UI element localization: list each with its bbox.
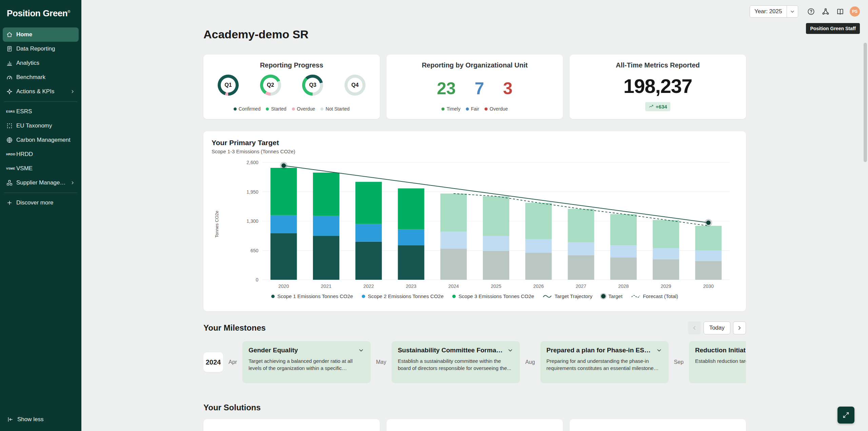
svg-text:1,300: 1,300 [246, 218, 258, 224]
milestone-card[interactable]: Reduction InitiativesEstablish reduction… [689, 341, 746, 383]
timeline-month: May [376, 359, 386, 365]
sidebar-item-label: VSME [16, 165, 33, 172]
milestones-today-button[interactable]: Today [704, 321, 730, 334]
sidebar-item-actions-kpis[interactable]: Actions & KPIs [3, 84, 79, 99]
network-button[interactable] [821, 6, 831, 17]
quarter-label: Q4 [344, 75, 366, 96]
legend-item-scope-1-emissions-tonnes-co2e[interactable]: Scope 1 Emissions Tonnes CO2e [271, 293, 353, 299]
sidebar-item-eu-taxonomy[interactable]: EU Taxonomy [3, 119, 79, 133]
legend-label: Scope 2 Emissions Tonnes CO2e [368, 293, 443, 299]
milestones-section: Your Milestones Today 2024AprGender Equa… [203, 321, 746, 383]
show-less-button[interactable]: Show less [0, 410, 81, 431]
page-title: Academy-demo SR [203, 28, 746, 41]
avatar[interactable]: PS [850, 6, 860, 17]
reporting-progress-card: Reporting Progress Q1Q2Q3Q4 ConfirmedSta… [203, 55, 380, 119]
legend-label: Forecast (Total) [643, 293, 678, 299]
milestones-title: Your Milestones [203, 323, 266, 333]
year-select[interactable]: Year: 2025 [750, 5, 798, 18]
sidebar-nav: HomeData ReportingAnalyticsBenchmarkActi… [0, 27, 81, 410]
milestones-prev-button[interactable] [688, 321, 701, 334]
legend-item-target-trajectory[interactable]: Target Trajectory [543, 293, 592, 299]
solution-card[interactable] [203, 419, 380, 431]
supplier-icon [6, 179, 13, 186]
quarter-label: Q2 [260, 75, 281, 96]
milestone-description: Target achieving a balanced gender ratio… [249, 357, 364, 372]
quarter-donut-q2: Q2 [260, 75, 281, 96]
plus-icon [6, 199, 13, 206]
sidebar-item-vsme[interactable]: VSMEVSME [3, 161, 79, 176]
svg-text:0: 0 [256, 277, 258, 282]
chevron-down-icon[interactable] [358, 347, 364, 354]
svg-text:Tonnes CO2e: Tonnes CO2e [214, 211, 219, 238]
status-dot [234, 107, 237, 111]
vsme-logo-icon: VSME [6, 167, 13, 170]
sidebar-item-benchmark[interactable]: Benchmark [3, 70, 79, 84]
book-icon [836, 7, 844, 16]
svg-text:2028: 2028 [618, 283, 629, 289]
legend-item-timely: Timely [441, 106, 460, 112]
legend-item-target[interactable]: Target [601, 293, 623, 299]
chevron-down-icon[interactable] [507, 347, 514, 354]
svg-text:2030: 2030 [703, 283, 714, 289]
svg-text:2024: 2024 [448, 283, 459, 289]
milestone-title: Reduction Initiatives [695, 347, 746, 354]
line-symbol [543, 294, 552, 298]
sidebar-item-label: ESRS [16, 108, 32, 115]
dashed-line-symbol [631, 294, 640, 298]
legend-item-forecast-total[interactable]: Forecast (Total) [631, 293, 678, 299]
docs-button[interactable] [835, 6, 845, 17]
legend-item-scope-3-emissions-tonnes-co2e[interactable]: Scope 3 Emissions Tonnes CO2e [452, 293, 534, 299]
solution-card[interactable] [387, 419, 563, 431]
milestone-card[interactable]: Sustainability Committee FormationEstabl… [392, 341, 520, 383]
sidebar-item-supplier-management[interactable]: Supplier Management [3, 176, 79, 190]
sidebar-item-label: Data Reporting [16, 45, 55, 52]
main-area: Academy-demo SR Reporting Progress Q1Q2Q… [81, 0, 868, 431]
milestone-description: Establish a sustainability committee wit… [398, 357, 514, 372]
sidebar-item-hrdd[interactable]: HRDDHRDD [3, 147, 79, 161]
sidebar-item-analytics[interactable]: Analytics [3, 56, 79, 70]
status-dot [485, 107, 488, 111]
status-dot [292, 107, 295, 111]
show-less-label: Show less [17, 416, 43, 423]
svg-text:2021: 2021 [321, 283, 331, 289]
legend-item-scope-2-emissions-tonnes-co2e[interactable]: Scope 2 Emissions Tonnes CO2e [362, 293, 443, 299]
quarter-label: Q1 [218, 75, 239, 96]
expand-button[interactable] [837, 407, 854, 424]
chevron-down-icon[interactable] [656, 347, 663, 354]
sidebar-item-carbon-management[interactable]: Carbon Management [3, 133, 79, 147]
solutions-title: Your Solutions [203, 403, 746, 412]
legend-item-confirmed: Confirmed [234, 106, 261, 112]
logo: Position Green® [0, 0, 81, 27]
svg-text:2020: 2020 [278, 283, 289, 289]
metrics-delta: +634 [656, 104, 667, 110]
network-icon [822, 7, 830, 16]
milestone-card[interactable]: Prepared a plan for Phase-in ESRS dis...… [540, 341, 669, 383]
home-icon [6, 31, 13, 38]
metrics-total: 198,237 [624, 75, 692, 97]
milestones-timeline: 2024AprGender EqualityTarget achieving a… [203, 341, 746, 383]
logo-text: Position Green [7, 8, 67, 18]
org-unit-card: Reporting by Organizational Unit 2373 Ti… [387, 55, 563, 119]
scrollbar[interactable] [864, 43, 867, 162]
milestones-next-button[interactable] [733, 321, 746, 334]
sidebar-item-esrs[interactable]: ESRSESRS [3, 104, 79, 119]
svg-text:2027: 2027 [576, 283, 586, 289]
avatar-initials: PS [852, 9, 857, 14]
sidebar-item-home[interactable]: Home [3, 27, 79, 42]
sidebar-item-discover-more[interactable]: Discover more [3, 196, 79, 210]
trend-up-icon [649, 104, 654, 109]
status-dot [441, 107, 445, 111]
timeline-month: Sep [674, 359, 684, 365]
solution-card[interactable] [570, 419, 746, 431]
sidebar-item-data-reporting[interactable]: Data Reporting [3, 42, 79, 56]
reporting-progress-legend: ConfirmedStartedOverdueNot Started [234, 106, 350, 112]
sidebar: Position Green® HomeData ReportingAnalyt… [0, 0, 81, 431]
legend-item-not-started: Not Started [320, 106, 350, 112]
sidebar-item-label: HRDD [16, 151, 33, 158]
card-title: Reporting Progress [260, 61, 323, 69]
milestone-title: Sustainability Committee Formation [398, 347, 504, 354]
help-button[interactable] [806, 6, 816, 17]
chart-title: Your Primary Target [212, 139, 738, 147]
timeline-year: 2024 [203, 352, 223, 372]
milestone-card[interactable]: Gender EqualityTarget achieving a balanc… [242, 341, 371, 383]
